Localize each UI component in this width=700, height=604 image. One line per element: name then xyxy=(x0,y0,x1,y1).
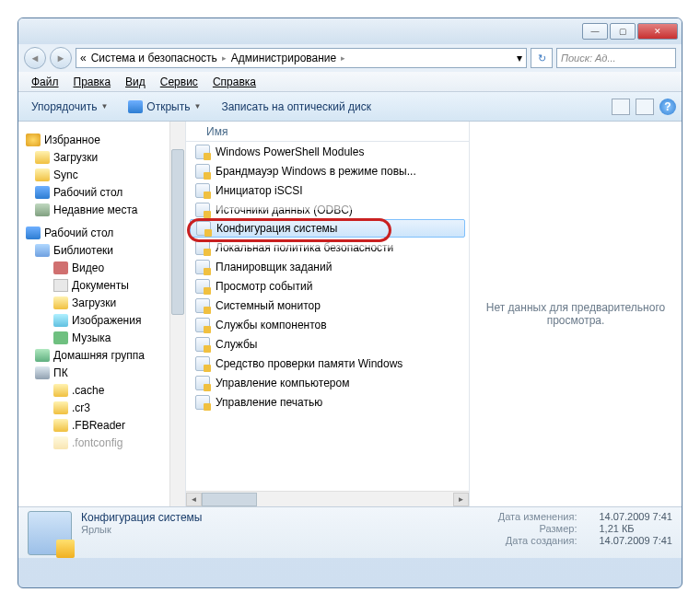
computer-icon xyxy=(35,366,50,379)
view-options-button[interactable] xyxy=(612,99,630,115)
refresh-button[interactable]: ↻ xyxy=(531,48,553,68)
addr-dropdown-icon[interactable]: ▾ xyxy=(517,52,522,64)
menu-file[interactable]: Файл xyxy=(24,74,66,90)
sidebar-item[interactable]: Загрузки xyxy=(18,294,185,311)
list-item-label: Службы xyxy=(216,338,257,351)
shortcut-file-icon xyxy=(195,145,210,159)
list-item[interactable]: Конфигурация системы xyxy=(190,219,465,238)
help-icon[interactable]: ? xyxy=(659,99,676,115)
explorer-window: — ▢ ✕ ◄ ► « Система и безопасность ▸ Адм… xyxy=(18,17,682,588)
sidebar-item[interactable]: Видео xyxy=(18,259,185,276)
breadcrumb[interactable]: « Система и безопасность ▸ Администриров… xyxy=(76,48,527,68)
list-item-label: Службы компонентов xyxy=(216,319,327,331)
close-button[interactable]: ✕ xyxy=(637,23,678,40)
shortcut-file-icon xyxy=(195,279,210,294)
crumb-administration[interactable]: Администрирование xyxy=(228,51,339,65)
star-icon xyxy=(26,134,41,146)
organize-button[interactable]: Упорядочить▼ xyxy=(24,98,115,116)
document-icon xyxy=(53,279,68,292)
library-icon xyxy=(35,244,50,257)
maximize-button[interactable]: ▢ xyxy=(610,23,636,40)
list-item[interactable]: Просмотр событий xyxy=(186,276,469,296)
list-item[interactable]: Инициатор iSCSI xyxy=(186,180,469,200)
menu-help[interactable]: Справка xyxy=(205,74,263,90)
list-item-label: Управление печатью xyxy=(216,396,322,409)
sidebar-desktop[interactable]: Рабочий стол xyxy=(18,224,185,241)
shortcut-file-icon xyxy=(195,337,210,352)
recent-icon xyxy=(35,203,50,216)
scroll-left-icon[interactable]: ◄ xyxy=(186,493,202,506)
list-item[interactable]: Брандмауэр Windows в режиме повы... xyxy=(186,161,469,180)
file-list-pane: Имя Windows PowerShell ModulesБрандмауэр… xyxy=(186,122,470,506)
sidebar-scrollbar[interactable] xyxy=(169,122,185,506)
sidebar-favorites[interactable]: Избранное xyxy=(18,131,185,148)
shortcut-file-icon xyxy=(195,164,210,179)
file-list: Windows PowerShell ModulesБрандмауэр Win… xyxy=(186,142,469,491)
preview-message: Нет данных для предварительного просмотр… xyxy=(479,301,672,327)
back-button[interactable]: ◄ xyxy=(24,47,46,69)
burn-button[interactable]: Записать на оптический диск xyxy=(214,98,379,116)
preview-pane-button[interactable] xyxy=(636,99,654,115)
list-item[interactable]: Управление компьютером xyxy=(186,373,469,392)
open-icon xyxy=(128,100,143,113)
chevron-right-icon: ▸ xyxy=(222,53,227,63)
column-header-name[interactable]: Имя xyxy=(186,122,469,142)
sidebar-item[interactable]: Музыка xyxy=(18,329,185,346)
sidebar-homegroup[interactable]: Домашняя группа xyxy=(18,346,185,364)
open-button[interactable]: Открыть▼ xyxy=(121,98,208,116)
list-item-label: Инициатор iSCSI xyxy=(216,184,303,197)
details-title: Конфигурация системы xyxy=(81,511,478,524)
list-item[interactable]: Службы xyxy=(186,334,469,354)
search-input[interactable]: Поиск: Ад... xyxy=(556,48,676,68)
list-item[interactable]: Средство проверки памяти Windows xyxy=(186,354,469,373)
homegroup-icon xyxy=(35,349,50,362)
sidebar-libraries[interactable]: Библиотеки xyxy=(18,241,185,259)
details-created: 14.07.2009 7:41 xyxy=(599,535,672,546)
shortcut-file-icon xyxy=(195,395,210,410)
scroll-right-icon[interactable]: ► xyxy=(453,493,469,506)
sidebar-pc[interactable]: ПК xyxy=(18,364,185,381)
sidebar-item[interactable]: Изображения xyxy=(18,311,185,329)
list-item[interactable]: Планировщик заданий xyxy=(186,257,469,276)
list-item[interactable]: Управление печатью xyxy=(186,392,469,412)
folder-icon xyxy=(53,384,68,397)
main-pane: Имя Windows PowerShell ModulesБрандмауэр… xyxy=(186,122,682,506)
horizontal-scrollbar[interactable]: ◄ ► xyxy=(186,491,469,506)
content-body: Избранное Загрузки Sync Рабочий стол Нед… xyxy=(18,122,682,506)
sidebar-item[interactable]: Недавние места xyxy=(18,201,185,218)
menu-view[interactable]: Вид xyxy=(118,74,153,90)
crumb-system-security[interactable]: Система и безопасность xyxy=(88,51,220,65)
list-item[interactable]: Windows PowerShell Modules xyxy=(186,142,469,161)
list-item-label: Просмотр событий xyxy=(216,280,312,293)
chevron-down-icon: ▼ xyxy=(193,102,201,110)
shortcut-file-icon xyxy=(195,318,210,332)
sidebar-item[interactable]: .FBReader xyxy=(18,416,185,434)
folder-icon xyxy=(35,151,50,164)
menu-tools[interactable]: Сервис xyxy=(153,74,205,90)
list-item[interactable]: Службы компонентов xyxy=(186,315,469,334)
shortcut-file-icon xyxy=(195,183,210,198)
chevron-right-icon: ▸ xyxy=(341,53,345,63)
forward-button[interactable]: ► xyxy=(50,47,72,69)
list-item[interactable]: Локальная политика безопасности xyxy=(186,238,469,257)
sidebar-item[interactable]: Sync xyxy=(18,166,185,183)
minimize-button[interactable]: — xyxy=(582,23,608,40)
list-item[interactable]: Источники данных (ODBC) xyxy=(186,200,469,219)
shortcut-file-icon xyxy=(195,376,210,390)
menu-edit[interactable]: Правка xyxy=(66,74,119,90)
desktop-icon xyxy=(35,186,50,199)
sidebar-item[interactable]: Загрузки xyxy=(18,148,185,166)
scroll-thumb[interactable] xyxy=(171,149,184,315)
folder-icon xyxy=(35,168,50,181)
sidebar-item[interactable]: Рабочий стол xyxy=(18,183,185,201)
details-modified: 14.07.2009 7:41 xyxy=(599,511,672,522)
scroll-thumb[interactable] xyxy=(202,493,257,506)
details-size: 1,21 КБ xyxy=(599,523,672,534)
list-item[interactable]: Системный монитор xyxy=(186,296,469,315)
sidebar-item[interactable]: .fontconfig xyxy=(18,434,185,451)
sidebar-item[interactable]: Документы xyxy=(18,276,185,294)
details-modified-label: Дата изменения: xyxy=(498,511,578,522)
sidebar-item[interactable]: .cr3 xyxy=(18,399,185,416)
sidebar-item[interactable]: .cache xyxy=(18,381,185,399)
shortcut-file-icon xyxy=(195,260,210,274)
